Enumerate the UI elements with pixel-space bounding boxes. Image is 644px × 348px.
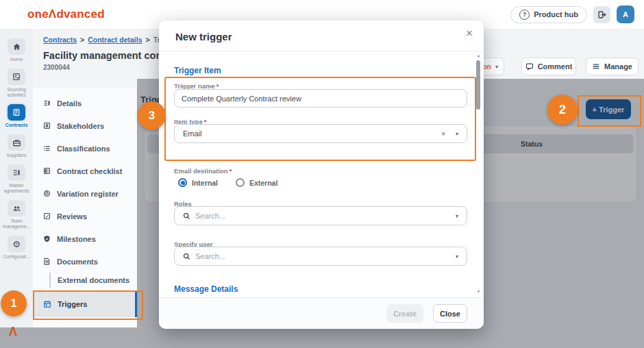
sidebar-item-team-management[interactable]: Team manageme... [0,200,33,229]
clear-icon[interactable]: × [441,130,445,138]
breadcrumb-contracts[interactable]: Contracts [43,36,77,44]
subnav-item-milestones[interactable]: Milestones [33,227,137,250]
milestones-icon [43,235,51,243]
item-type-value: Email [183,129,436,138]
modal-title: New trigger [175,31,232,42]
sidebar-item-configuration[interactable]: ⚙ Configurati... [0,236,33,260]
breadcrumb-separator: > [80,36,84,44]
subnav-item-reviews[interactable]: Reviews [33,205,137,227]
triggers-calendar-icon [43,300,51,308]
email-destination-label: Email destination* [174,167,232,175]
contracts-icon [8,104,25,121]
subnav-item-label: Milestones [57,235,96,243]
search-icon [183,253,190,260]
product-hub-button[interactable]: ? Product hub [510,6,587,23]
sidebar-item-label: Team manageme... [1,219,32,229]
sidebar-item-label: Suppliers [6,153,26,158]
subnav-item-variation-register[interactable]: Variation register [33,182,137,205]
top-bar-actions: ? Product hub A [510,0,634,29]
breadcrumb-separator: > [146,36,150,44]
details-icon [43,99,51,107]
contract-id: 2300044 [43,64,70,71]
scrollbar-thumb[interactable] [476,60,480,110]
checklist-icon [43,167,51,175]
sidebar-item-sourcing-activities[interactable]: Sourcing activities [0,69,33,98]
manage-button[interactable]: Manage [586,58,639,75]
modal-scrollbar[interactable]: ▲ ▼ [475,53,482,293]
item-type-select[interactable]: Email × ▾ [174,124,467,143]
section-message-details: Message Details [174,284,238,294]
subnav-item-label: Documents [57,258,98,266]
radio-unselected-icon [236,178,245,187]
subnav-item-label: External documents [58,276,129,284]
team-icon [8,200,25,216]
roles-search-select[interactable]: Search... ▾ [174,206,467,225]
logo-prefix: one [27,8,49,21]
sidebar-item-contracts[interactable]: Contracts [0,104,33,128]
chevron-down-icon: ▾ [456,213,458,219]
radio-label: External [249,179,277,187]
brand-mark-icon: Λ [9,325,17,339]
subnav-item-contract-checklist[interactable]: Contract checklist [33,160,137,182]
trigger-name-input[interactable] [174,89,467,108]
radio-label: Internal [192,179,218,187]
roles-placeholder: Search... [195,212,451,220]
status-dropdown-label: on [482,62,491,71]
documents-icon [43,258,51,265]
master-agreements-icon [8,164,25,181]
chevron-down-icon: ▾ [495,64,498,70]
close-icon[interactable]: × [466,27,473,39]
subnav-item-stakeholders[interactable]: Stakeholders [33,114,137,137]
app-window: oneΛdvanced ? Product hub A Ho [0,0,644,348]
primary-sidebar: Home Sourcing activities Contracts [0,29,33,327]
variation-register-icon [43,190,51,197]
comment-button[interactable]: Comment [521,58,576,75]
radio-external[interactable]: External [236,178,277,187]
scroll-up-icon[interactable]: ▲ [475,53,482,58]
subnav-item-external-documents[interactable]: External documents [49,273,137,288]
subnav-item-documents[interactable]: Documents [33,250,137,273]
classifications-icon [43,145,51,152]
modal-divider [159,51,484,51]
section-trigger-item: Trigger Item [174,66,221,75]
subnav-item-label: Details [57,99,82,108]
sidebar-item-label: Master agreements [1,183,32,194]
subnav-item-label: Stakeholders [57,122,104,130]
contract-subnav: Details Stakeholders Classifications [33,88,138,327]
subnav-item-details[interactable]: Details [33,92,137,114]
help-icon: ? [519,10,530,20]
logo-suffix: dvanced [56,8,104,21]
subnav-item-label: Contract checklist [57,167,122,175]
close-button[interactable]: Close [433,304,467,323]
create-button[interactable]: Create [386,304,423,323]
chevron-down-icon: ▾ [456,253,458,260]
callout-step-2: 2 [547,95,578,125]
sidebar-item-suppliers[interactable]: Suppliers [0,134,33,158]
manage-label: Manage [604,62,632,71]
user-avatar[interactable]: A [617,5,634,23]
callout-step-1: 1 [1,290,27,316]
scroll-down-icon[interactable]: ▼ [475,289,482,293]
sidebar-item-master-agreements[interactable]: Master agreements [0,164,33,194]
sign-out-button[interactable] [593,6,610,23]
exit-icon [597,10,606,19]
sidebar-item-label: Contracts [5,123,28,128]
search-icon [183,212,190,220]
comment-icon [525,62,534,71]
radio-internal[interactable]: Internal [178,178,218,187]
subnav-item-classifications[interactable]: Classifications [33,137,137,160]
sidebar-item-home[interactable]: Home [0,38,33,62]
product-hub-label: Product hub [534,10,578,18]
subnav-item-label: Reviews [57,212,87,221]
subnav-item-label: Classifications [57,145,110,153]
sidebar-item-label: Configurati... [3,254,30,260]
specify-user-search-select[interactable]: Search... ▾ [174,247,467,266]
breadcrumb-contract-details[interactable]: Contract details [88,36,142,44]
oneadvanced-logo: oneΛdvanced [27,8,105,21]
subnav-item-label: Variation register [57,190,119,198]
sidebar-item-label: Home [10,57,23,62]
subnav-item-triggers[interactable]: Triggers [33,290,137,317]
email-destination-options: Internal External [178,178,277,187]
modal-backdrop-bottom [0,327,137,348]
sidebar-item-label: Sourcing activities [1,87,32,98]
